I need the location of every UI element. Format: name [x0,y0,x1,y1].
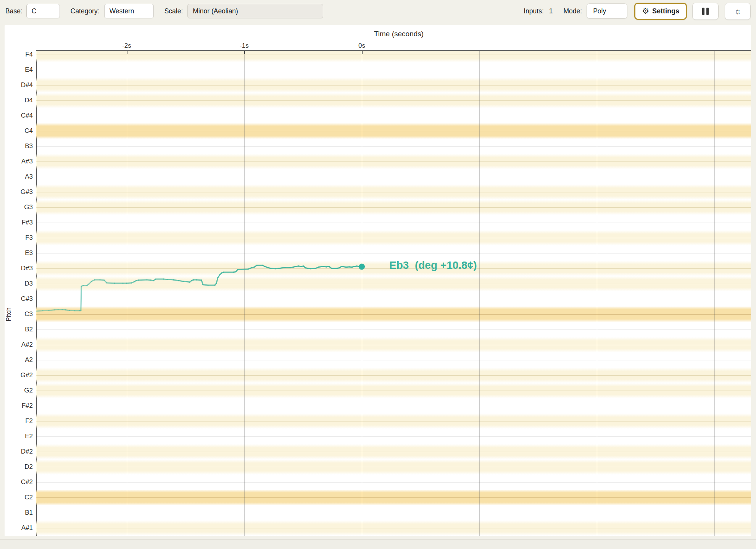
pause-icon [706,8,709,15]
settings-button[interactable]: ⚙ Settings [634,3,687,20]
pause-button[interactable] [692,3,719,20]
scale-label: Scale: [164,7,183,15]
inputs-label: Inputs: [524,7,544,15]
pitch-tick-label-G3: G3 [5,203,33,212]
pitch-tick-label-A2: A2 [5,356,33,364]
pitch-tick-label-A#1: A#1 [5,524,33,532]
pitch-tick-label-F4: F4 [5,50,33,59]
pitch-tick-label-D2: D2 [5,463,33,471]
pitch-tick-label-A3: A3 [5,173,33,181]
pitch-tick-label-C#2: C#2 [5,478,33,486]
mode-label: Mode: [564,7,582,15]
pitch-tick-label-E4: E4 [5,66,33,74]
category-label: Category: [71,7,100,15]
pause-icon [702,8,704,15]
pitch-tick-label-C#3: C#3 [5,295,33,303]
base-label: Base: [5,7,23,15]
pitch-tick-label-F#2: F#2 [5,402,33,410]
mode-value: Poly [593,7,606,15]
pitch-tick-label-C2: C2 [5,493,33,502]
pitch-tick-label-F2: F2 [5,417,33,425]
brightness-icon: ☼ [734,6,741,16]
pitch-tick-label-D#3: D#3 [5,264,33,273]
pitch-tick-label-D3: D3 [5,279,33,288]
gear-icon: ⚙ [642,7,649,15]
pitch-tick-label-B3: B3 [5,142,33,150]
pitch-tick-label-F#3: F#3 [5,218,33,227]
pitch-tick-label-C4: C4 [5,127,33,135]
pitch-tick-label-E3: E3 [5,249,33,257]
pitch-tick-label-F3: F3 [5,234,33,242]
pitch-tick-label-D#4: D#4 [5,81,33,89]
settings-button-label: Settings [652,7,679,15]
pitch-plot-area[interactable]: Eb3 (deg +10.8¢) [36,51,751,536]
pitch-tick-label-A#2: A#2 [5,341,33,349]
time-tick-label--1s: -1s [229,42,260,50]
pitch-tick-label-B1: B1 [5,509,33,517]
pitch-axis-title: Pitch [5,307,12,321]
pitch-tick-label-D4: D4 [5,96,33,105]
pitch-tick-label-B2: B2 [5,325,33,334]
base-input[interactable] [26,4,60,18]
pitch-tick-label-D#2: D#2 [5,447,33,456]
scale-input[interactable] [187,4,323,18]
time-axis-title: Time (seconds) [368,30,429,38]
category-input[interactable] [104,4,154,18]
pitch-tick-label-A#3: A#3 [5,157,33,166]
pitch-chart-card: Time (seconds) -2s-1s0s F4E4D#4D4C#4C4B3… [5,25,751,536]
pitch-tick-label-C#4: C#4 [5,111,33,120]
pitch-tick-label-G#2: G#2 [5,371,33,379]
pitch-tick-label-G2: G2 [5,386,33,395]
footer-bar [0,539,756,549]
time-tick-label-0s: 0s [347,42,377,50]
inputs-count: 1 [549,7,553,15]
current-pitch-dot [359,264,365,270]
pitch-tick-label-G#3: G#3 [5,188,33,196]
pitch-tick-label-E2: E2 [5,432,33,441]
toolbar: Base: Category: Scale: Inputs: 1 Mode: P… [0,0,756,22]
brightness-toggle-button[interactable]: ☼ [725,3,751,20]
time-tick-label--2s: -2s [111,42,142,50]
mode-select[interactable]: Poly [587,3,627,19]
pitch-trace [36,51,751,536]
current-note-annotation: Eb3 (deg +10.8¢) [389,259,477,271]
